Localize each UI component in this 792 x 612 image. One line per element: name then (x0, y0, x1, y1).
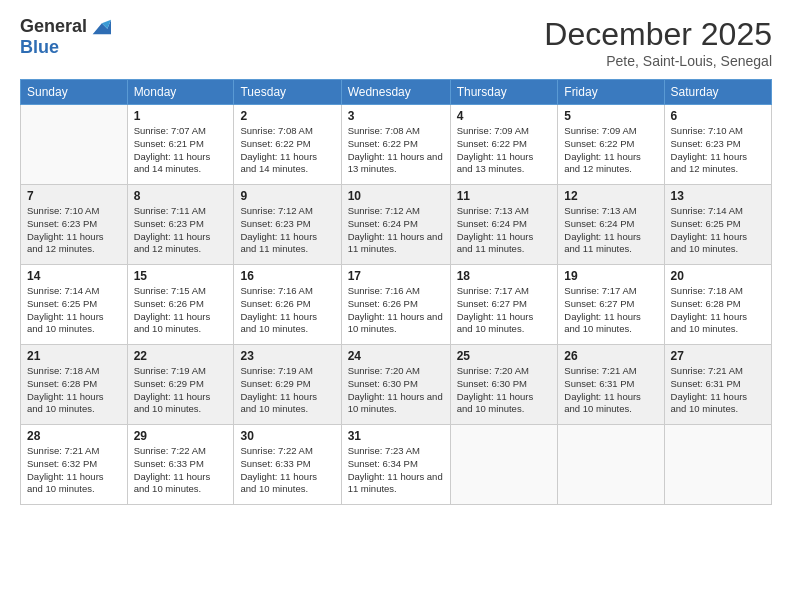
weekday-header-friday: Friday (558, 80, 664, 105)
day-info: Sunrise: 7:10 AM Sunset: 6:23 PM Dayligh… (671, 125, 765, 176)
day-number: 7 (27, 189, 121, 203)
day-info: Sunrise: 7:17 AM Sunset: 6:27 PM Dayligh… (457, 285, 552, 336)
day-number: 17 (348, 269, 444, 283)
calendar-cell: 20Sunrise: 7:18 AM Sunset: 6:28 PM Dayli… (664, 265, 771, 345)
calendar-cell: 15Sunrise: 7:15 AM Sunset: 6:26 PM Dayli… (127, 265, 234, 345)
calendar-cell (450, 425, 558, 505)
calendar-cell (21, 105, 128, 185)
calendar-header-row: SundayMondayTuesdayWednesdayThursdayFrid… (21, 80, 772, 105)
day-number: 5 (564, 109, 657, 123)
calendar-cell: 4Sunrise: 7:09 AM Sunset: 6:22 PM Daylig… (450, 105, 558, 185)
month-title: December 2025 (544, 16, 772, 53)
day-number: 11 (457, 189, 552, 203)
day-number: 26 (564, 349, 657, 363)
day-info: Sunrise: 7:08 AM Sunset: 6:22 PM Dayligh… (240, 125, 334, 176)
calendar-cell: 11Sunrise: 7:13 AM Sunset: 6:24 PM Dayli… (450, 185, 558, 265)
calendar-cell: 28Sunrise: 7:21 AM Sunset: 6:32 PM Dayli… (21, 425, 128, 505)
day-number: 25 (457, 349, 552, 363)
day-number: 2 (240, 109, 334, 123)
calendar-cell: 9Sunrise: 7:12 AM Sunset: 6:23 PM Daylig… (234, 185, 341, 265)
day-info: Sunrise: 7:20 AM Sunset: 6:30 PM Dayligh… (457, 365, 552, 416)
day-number: 14 (27, 269, 121, 283)
calendar-cell (558, 425, 664, 505)
calendar-cell: 8Sunrise: 7:11 AM Sunset: 6:23 PM Daylig… (127, 185, 234, 265)
day-number: 30 (240, 429, 334, 443)
day-number: 3 (348, 109, 444, 123)
day-info: Sunrise: 7:18 AM Sunset: 6:28 PM Dayligh… (27, 365, 121, 416)
day-number: 22 (134, 349, 228, 363)
day-info: Sunrise: 7:22 AM Sunset: 6:33 PM Dayligh… (240, 445, 334, 496)
day-info: Sunrise: 7:09 AM Sunset: 6:22 PM Dayligh… (457, 125, 552, 176)
day-number: 1 (134, 109, 228, 123)
day-number: 27 (671, 349, 765, 363)
day-info: Sunrise: 7:21 AM Sunset: 6:31 PM Dayligh… (671, 365, 765, 416)
header: General Blue December 2025 Pete, Saint-L… (20, 16, 772, 69)
calendar-cell: 16Sunrise: 7:16 AM Sunset: 6:26 PM Dayli… (234, 265, 341, 345)
calendar-cell: 2Sunrise: 7:08 AM Sunset: 6:22 PM Daylig… (234, 105, 341, 185)
logo-general-text: General (20, 17, 87, 37)
calendar-cell: 17Sunrise: 7:16 AM Sunset: 6:26 PM Dayli… (341, 265, 450, 345)
calendar-cell: 24Sunrise: 7:20 AM Sunset: 6:30 PM Dayli… (341, 345, 450, 425)
calendar-week-row: 21Sunrise: 7:18 AM Sunset: 6:28 PM Dayli… (21, 345, 772, 425)
day-info: Sunrise: 7:16 AM Sunset: 6:26 PM Dayligh… (240, 285, 334, 336)
calendar-cell: 10Sunrise: 7:12 AM Sunset: 6:24 PM Dayli… (341, 185, 450, 265)
weekday-header-tuesday: Tuesday (234, 80, 341, 105)
day-number: 21 (27, 349, 121, 363)
day-number: 6 (671, 109, 765, 123)
day-number: 19 (564, 269, 657, 283)
weekday-header-monday: Monday (127, 80, 234, 105)
day-info: Sunrise: 7:12 AM Sunset: 6:23 PM Dayligh… (240, 205, 334, 256)
calendar-cell: 5Sunrise: 7:09 AM Sunset: 6:22 PM Daylig… (558, 105, 664, 185)
day-number: 12 (564, 189, 657, 203)
calendar-cell: 29Sunrise: 7:22 AM Sunset: 6:33 PM Dayli… (127, 425, 234, 505)
day-info: Sunrise: 7:21 AM Sunset: 6:32 PM Dayligh… (27, 445, 121, 496)
day-number: 23 (240, 349, 334, 363)
calendar-cell: 1Sunrise: 7:07 AM Sunset: 6:21 PM Daylig… (127, 105, 234, 185)
calendar-cell: 3Sunrise: 7:08 AM Sunset: 6:22 PM Daylig… (341, 105, 450, 185)
day-info: Sunrise: 7:23 AM Sunset: 6:34 PM Dayligh… (348, 445, 444, 496)
day-number: 31 (348, 429, 444, 443)
day-info: Sunrise: 7:17 AM Sunset: 6:27 PM Dayligh… (564, 285, 657, 336)
day-info: Sunrise: 7:16 AM Sunset: 6:26 PM Dayligh… (348, 285, 444, 336)
day-info: Sunrise: 7:14 AM Sunset: 6:25 PM Dayligh… (27, 285, 121, 336)
day-number: 29 (134, 429, 228, 443)
day-info: Sunrise: 7:10 AM Sunset: 6:23 PM Dayligh… (27, 205, 121, 256)
day-info: Sunrise: 7:22 AM Sunset: 6:33 PM Dayligh… (134, 445, 228, 496)
day-number: 16 (240, 269, 334, 283)
day-info: Sunrise: 7:12 AM Sunset: 6:24 PM Dayligh… (348, 205, 444, 256)
calendar-cell: 27Sunrise: 7:21 AM Sunset: 6:31 PM Dayli… (664, 345, 771, 425)
calendar-week-row: 7Sunrise: 7:10 AM Sunset: 6:23 PM Daylig… (21, 185, 772, 265)
logo-blue-text: Blue (20, 38, 111, 58)
day-number: 28 (27, 429, 121, 443)
day-info: Sunrise: 7:19 AM Sunset: 6:29 PM Dayligh… (240, 365, 334, 416)
day-info: Sunrise: 7:15 AM Sunset: 6:26 PM Dayligh… (134, 285, 228, 336)
day-number: 24 (348, 349, 444, 363)
calendar-cell: 7Sunrise: 7:10 AM Sunset: 6:23 PM Daylig… (21, 185, 128, 265)
day-number: 4 (457, 109, 552, 123)
day-number: 20 (671, 269, 765, 283)
day-number: 13 (671, 189, 765, 203)
calendar-cell (664, 425, 771, 505)
title-block: December 2025 Pete, Saint-Louis, Senegal (544, 16, 772, 69)
calendar-cell: 23Sunrise: 7:19 AM Sunset: 6:29 PM Dayli… (234, 345, 341, 425)
day-info: Sunrise: 7:08 AM Sunset: 6:22 PM Dayligh… (348, 125, 444, 176)
calendar-cell: 6Sunrise: 7:10 AM Sunset: 6:23 PM Daylig… (664, 105, 771, 185)
day-info: Sunrise: 7:18 AM Sunset: 6:28 PM Dayligh… (671, 285, 765, 336)
calendar-cell: 26Sunrise: 7:21 AM Sunset: 6:31 PM Dayli… (558, 345, 664, 425)
weekday-header-thursday: Thursday (450, 80, 558, 105)
day-info: Sunrise: 7:21 AM Sunset: 6:31 PM Dayligh… (564, 365, 657, 416)
calendar-cell: 14Sunrise: 7:14 AM Sunset: 6:25 PM Dayli… (21, 265, 128, 345)
day-info: Sunrise: 7:19 AM Sunset: 6:29 PM Dayligh… (134, 365, 228, 416)
weekday-header-sunday: Sunday (21, 80, 128, 105)
day-number: 8 (134, 189, 228, 203)
calendar-week-row: 1Sunrise: 7:07 AM Sunset: 6:21 PM Daylig… (21, 105, 772, 185)
calendar-cell: 31Sunrise: 7:23 AM Sunset: 6:34 PM Dayli… (341, 425, 450, 505)
calendar-cell: 22Sunrise: 7:19 AM Sunset: 6:29 PM Dayli… (127, 345, 234, 425)
calendar-week-row: 28Sunrise: 7:21 AM Sunset: 6:32 PM Dayli… (21, 425, 772, 505)
weekday-header-saturday: Saturday (664, 80, 771, 105)
day-number: 10 (348, 189, 444, 203)
calendar-cell: 19Sunrise: 7:17 AM Sunset: 6:27 PM Dayli… (558, 265, 664, 345)
calendar-cell: 30Sunrise: 7:22 AM Sunset: 6:33 PM Dayli… (234, 425, 341, 505)
calendar-cell: 25Sunrise: 7:20 AM Sunset: 6:30 PM Dayli… (450, 345, 558, 425)
logo-icon (89, 16, 111, 38)
